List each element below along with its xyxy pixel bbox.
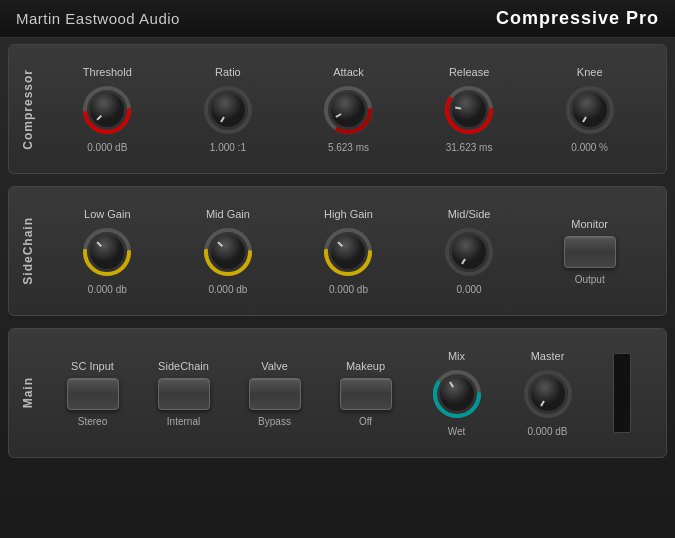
svg-point-24 [211,235,245,269]
attack-control: Attack 5.623 ms [322,66,374,153]
makeup-control: Makeup Off [340,360,392,427]
high-gain-control: High Gain 0.000 db [322,208,374,295]
svg-point-28 [331,235,365,269]
svg-point-9 [331,93,365,127]
makeup-button[interactable] [340,378,392,410]
low-gain-value: 0.000 db [88,284,127,295]
valve-button[interactable] [249,378,301,410]
sidechain-btn-label: SideChain [158,360,209,372]
brand-name: Martin Eastwood Audio [16,10,180,27]
mid-gain-knob[interactable] [202,226,254,278]
knee-knob[interactable] [564,84,616,136]
svg-point-35 [440,377,474,411]
product-name: Compressive Pro [496,8,659,29]
knee-label: Knee [577,66,603,78]
main-section: Main SC Input Stereo SideChain Internal … [8,328,667,458]
mix-label: Mix [448,350,465,362]
sidechain-label-container: SideChain [17,197,39,305]
mid-gain-value: 0.000 db [208,284,247,295]
main-label-container: Main [17,339,39,447]
high-gain-label: High Gain [324,208,373,220]
mid-side-value: 0.000 [457,284,482,295]
release-knob[interactable] [443,84,495,136]
mid-gain-label: Mid Gain [206,208,250,220]
attack-knob[interactable] [322,84,374,136]
svg-point-13 [452,93,486,127]
threshold-value: 0.000 dB [87,142,127,153]
release-value: 31.623 ms [446,142,493,153]
threshold-knob[interactable] [81,84,133,136]
valve-sublabel: Bypass [258,416,291,427]
sc-input-sublabel: Stereo [78,416,107,427]
valve-control: Valve Bypass [249,360,301,427]
svg-point-38 [531,377,565,411]
high-gain-knob[interactable] [322,226,374,278]
svg-line-14 [455,107,461,108]
ratio-label: Ratio [215,66,241,78]
valve-label: Valve [261,360,288,372]
sidechain-button[interactable] [158,378,210,410]
high-gain-value: 0.000 db [329,284,368,295]
low-gain-control: Low Gain 0.000 db [81,208,133,295]
mix-control: Mix Wet [431,350,483,437]
compressor-controls: Threshold 0.000 dB Rati [39,55,658,163]
sc-input-button[interactable] [67,378,119,410]
knee-value: 0.000 % [571,142,608,153]
low-gain-knob[interactable] [81,226,133,278]
mid-gain-control: Mid Gain 0.000 db [202,208,254,295]
sidechain-section: SideChain Low Gain 0 [8,186,667,316]
makeup-sublabel: Off [359,416,372,427]
knee-control: Knee 0.000 % [564,66,616,153]
compressor-label-container: Compressor [17,55,39,163]
master-value: 0.000 dB [527,426,567,437]
compressor-label: Compressor [21,69,35,150]
main-label: Main [21,377,35,408]
monitor-sublabel: Output [575,274,605,285]
mid-side-control: Mid/Side 0.000 [443,208,495,295]
threshold-control: Threshold 0.000 dB [81,66,133,153]
main-controls: SC Input Stereo SideChain Internal Valve… [39,339,658,447]
attack-label: Attack [333,66,364,78]
mid-side-knob[interactable] [443,226,495,278]
release-control: Release 31.623 ms [443,66,495,153]
ratio-value: 1.000 :1 [210,142,246,153]
app-container: Martin Eastwood Audio Compressive Pro Co… [0,0,675,538]
header: Martin Eastwood Audio Compressive Pro [0,0,675,38]
sidechain-label: SideChain [21,217,35,285]
master-control: Master 0.000 dB [522,350,574,437]
sc-input-control: SC Input Stereo [67,360,119,427]
svg-point-31 [452,235,486,269]
vu-meter [613,353,631,433]
ratio-knob[interactable] [202,84,254,136]
master-knob[interactable] [522,368,574,420]
sidechain-controls: Low Gain 0.000 db Mid G [39,197,658,305]
sidechain-btn-control: SideChain Internal [158,360,210,427]
mid-side-label: Mid/Side [448,208,491,220]
svg-point-20 [90,235,124,269]
makeup-label: Makeup [346,360,385,372]
sidechain-sublabel: Internal [167,416,200,427]
low-gain-label: Low Gain [84,208,130,220]
mix-value: Wet [448,426,466,437]
monitor-control: Monitor Output [564,218,616,285]
svg-point-2 [90,93,124,127]
mix-knob[interactable] [431,368,483,420]
monitor-output-button[interactable] [564,236,616,268]
master-label: Master [531,350,565,362]
ratio-control: Ratio 1.000 :1 [202,66,254,153]
svg-point-5 [211,93,245,127]
release-label: Release [449,66,489,78]
sc-input-label: SC Input [71,360,114,372]
attack-value: 5.623 ms [328,142,369,153]
threshold-label: Threshold [83,66,132,78]
compressor-section: Compressor Threshold [8,44,667,174]
monitor-label: Monitor [571,218,608,230]
svg-point-16 [573,93,607,127]
